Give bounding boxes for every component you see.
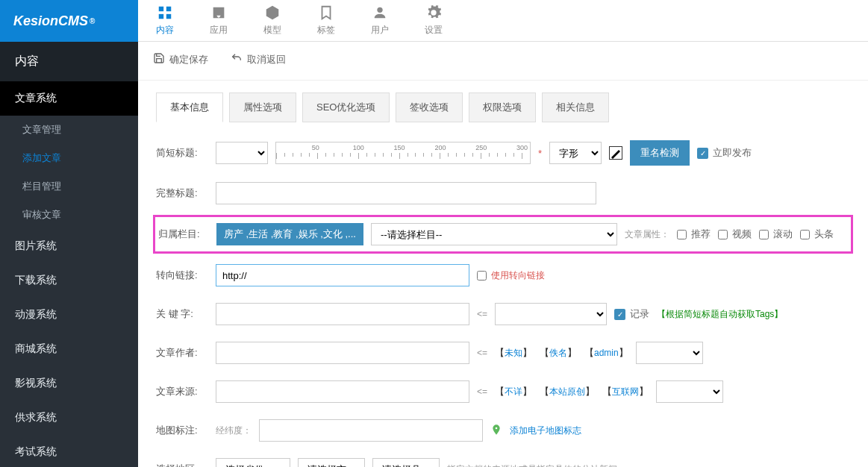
sidebar-section-video[interactable]: 影视系统: [0, 366, 138, 401]
short-title-prefix-select[interactable]: [216, 142, 268, 164]
sidebar-section-anime[interactable]: 动漫系统: [0, 298, 138, 332]
sidebar: 内容 文章系统 文章管理 添加文章 栏目管理 审核文章 图片系统 下载系统 动漫…: [0, 42, 138, 467]
region-label: 选择地区:: [156, 463, 216, 467]
title-ruler[interactable]: 50 100 150 200 250 300: [275, 142, 531, 164]
svg-rect-3: [166, 14, 171, 19]
tab-related[interactable]: 相关信息: [542, 93, 609, 122]
topnav-app[interactable]: 应用: [192, 0, 246, 41]
sidebar-section-supply[interactable]: 供求系统: [0, 401, 138, 435]
topnav-user[interactable]: 用户: [353, 0, 407, 41]
gear-icon: [425, 4, 442, 22]
author-anon-link[interactable]: 【佚名】: [540, 346, 577, 360]
sidebar-section-article[interactable]: 文章系统: [0, 81, 138, 116]
top-nav: 内容 应用 模型 标签 用户: [138, 0, 460, 41]
sidebar-sub-category[interactable]: 栏目管理: [0, 172, 138, 201]
province-select[interactable]: 选择省份...: [216, 458, 290, 467]
sidebar-section-image[interactable]: 图片系统: [0, 229, 138, 263]
full-title-input[interactable]: [216, 182, 596, 204]
source-internet-link[interactable]: 【互联网】: [602, 385, 649, 398]
topnav-model[interactable]: 模型: [246, 0, 299, 41]
sidebar-section-exam[interactable]: 考试系统: [0, 435, 138, 467]
save-icon: [153, 52, 165, 66]
source-label: 文章来源:: [156, 385, 216, 398]
attr-video-checkbox[interactable]: 视频: [718, 228, 752, 241]
sidebar-header: 内容: [0, 42, 138, 81]
category-label: 归属栏目:: [158, 228, 216, 241]
author-unknown-link[interactable]: 【未知】: [495, 346, 532, 360]
topnav-tag[interactable]: 标签: [299, 0, 353, 41]
svg-point-5: [496, 427, 498, 429]
svg-rect-2: [159, 14, 163, 19]
tab-sign[interactable]: 签收选项: [396, 93, 463, 122]
svg-point-4: [377, 7, 382, 13]
author-select[interactable]: [636, 342, 703, 364]
record-checkbox[interactable]: ✓ 记录: [614, 307, 649, 321]
inbox-icon: [210, 4, 227, 22]
sidebar-section-download[interactable]: 下载系统: [0, 263, 138, 298]
map-icon[interactable]: [490, 424, 502, 438]
latlng-input[interactable]: [259, 419, 483, 442]
tab-attr[interactable]: 属性选项: [229, 93, 296, 122]
redirect-input[interactable]: [216, 264, 469, 286]
redirect-label: 转向链接:: [156, 269, 216, 282]
full-title-label: 完整标题:: [156, 187, 216, 200]
sidebar-section-mall[interactable]: 商城系统: [0, 332, 138, 366]
logo: KesionCMS®: [0, 0, 138, 42]
dup-check-button[interactable]: 重名检测: [630, 140, 690, 166]
topnav-settings[interactable]: 设置: [407, 0, 460, 41]
attr-recommend-checkbox[interactable]: 推荐: [677, 228, 711, 241]
add-map-link[interactable]: 添加电子地图标志: [510, 424, 581, 437]
category-select[interactable]: --请选择栏目--: [371, 223, 617, 245]
cancel-button[interactable]: 取消返回: [231, 52, 286, 66]
keywords-hint[interactable]: 【根据简短标题自动获取Tags】: [657, 308, 783, 321]
short-title-label: 简短标题:: [156, 146, 216, 160]
sidebar-sub-review[interactable]: 审核文章: [0, 201, 138, 229]
user-icon: [372, 4, 388, 22]
keywords-input[interactable]: [216, 303, 469, 325]
tab-basic[interactable]: 基本信息: [156, 93, 223, 122]
svg-rect-0: [159, 7, 163, 11]
font-style-select[interactable]: 字形: [549, 142, 602, 164]
tab-perm[interactable]: 权限选项: [469, 93, 536, 122]
sidebar-sub-add-article[interactable]: 添加文章: [0, 144, 138, 172]
keywords-label: 关 键 字:: [156, 307, 216, 321]
category-tags[interactable]: 房产 ,生活 ,教育 ,娱乐 ,文化 ,...: [216, 223, 363, 245]
save-button[interactable]: 确定保存: [153, 52, 208, 66]
cube-icon: [264, 4, 281, 22]
back-icon: [231, 52, 243, 66]
keywords-select[interactable]: [495, 303, 607, 325]
article-attr-label: 文章属性：: [625, 228, 669, 241]
author-label: 文章作者:: [156, 346, 216, 360]
color-picker-icon[interactable]: [609, 146, 622, 160]
county-select[interactable]: 请选择县: [372, 458, 440, 467]
city-select[interactable]: 请选择市: [298, 458, 365, 467]
sidebar-sub-article-manage[interactable]: 文章管理: [0, 116, 138, 144]
attr-scroll-checkbox[interactable]: 滚动: [759, 228, 793, 241]
author-input[interactable]: [216, 342, 469, 364]
region-hint: 指定文档的来源地或是指定具体的分站新闻: [447, 463, 617, 468]
bookmark-icon: [318, 4, 334, 22]
attr-headline-checkbox[interactable]: 头条: [800, 228, 834, 241]
author-admin-link[interactable]: 【admin】: [584, 346, 628, 360]
grid-icon: [157, 4, 173, 22]
source-select[interactable]: [656, 380, 723, 403]
svg-rect-1: [166, 7, 171, 11]
source-input[interactable]: [216, 380, 469, 403]
tabs: 基本信息 属性选项 SEO优化选项 签收选项 权限选项 相关信息: [156, 93, 850, 122]
source-original-link[interactable]: 【本站原创】: [540, 385, 595, 398]
required-asterisk: *: [538, 148, 542, 159]
publish-now-checkbox[interactable]: ✓ 立即发布: [697, 146, 752, 160]
topnav-content[interactable]: 内容: [138, 0, 192, 41]
tab-seo[interactable]: SEO优化选项: [302, 93, 390, 122]
map-label: 地图标注:: [156, 424, 216, 437]
use-redirect-checkbox[interactable]: 使用转向链接: [477, 269, 545, 282]
source-nodetail-link[interactable]: 【不详】: [495, 385, 532, 398]
